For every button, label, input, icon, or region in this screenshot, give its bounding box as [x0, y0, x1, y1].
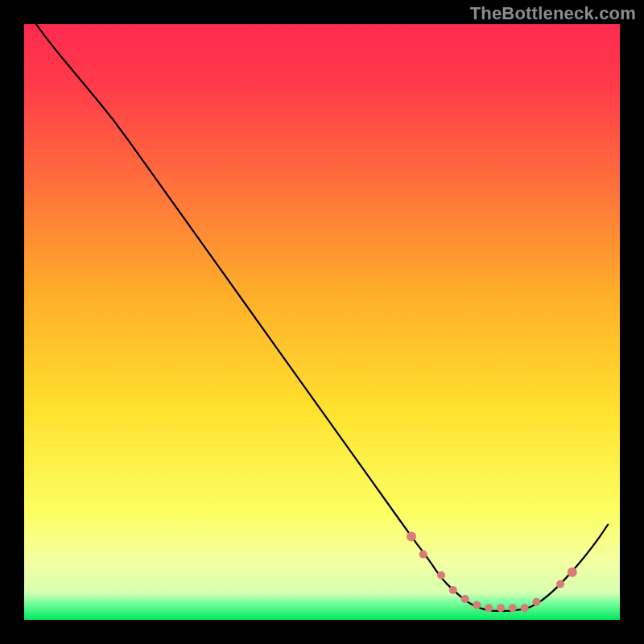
watermark-text: TheBottleneck.com — [470, 3, 636, 24]
highlight-dot — [461, 595, 469, 603]
highlight-dot — [407, 531, 416, 541]
highlight-dot — [509, 604, 517, 612]
chart-stage: TheBottleneck.com — [0, 0, 644, 644]
highlight-dot — [449, 586, 457, 594]
highlight-dot — [485, 604, 493, 612]
chart-svg — [0, 0, 644, 644]
highlight-dot — [419, 551, 427, 559]
highlight-dot — [556, 580, 564, 588]
plot-background — [24, 24, 620, 620]
highlight-dot — [521, 604, 529, 612]
highlight-dot — [437, 572, 445, 580]
highlight-dot — [473, 601, 481, 609]
highlight-dot — [568, 568, 577, 577]
highlight-dot — [497, 604, 505, 612]
highlight-dot — [532, 598, 540, 606]
